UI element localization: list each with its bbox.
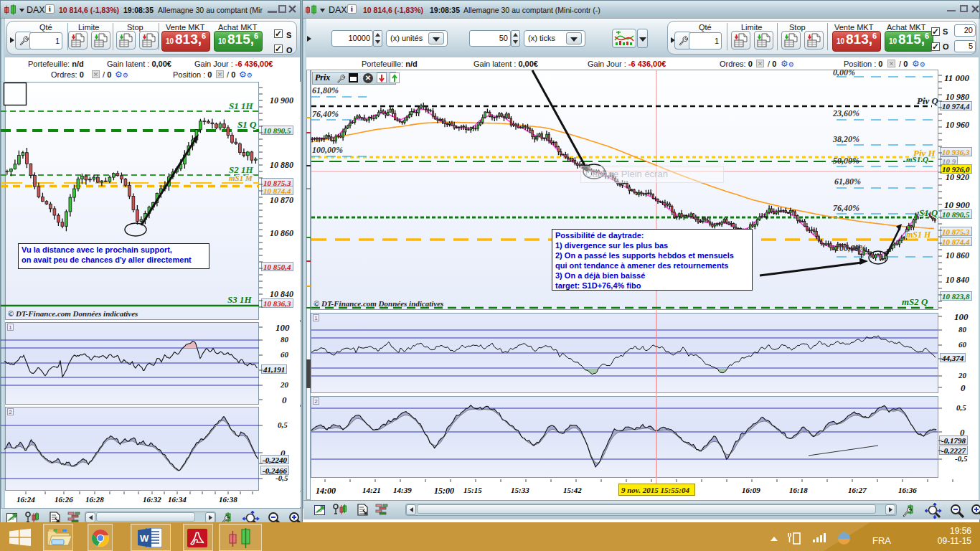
svg-text:W: W <box>140 533 149 544</box>
